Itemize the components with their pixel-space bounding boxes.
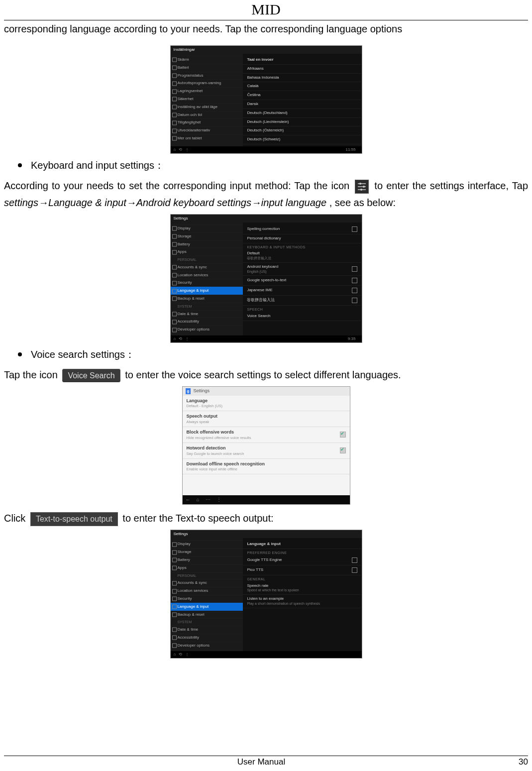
voice-search-button-image: Voice Search <box>62 369 120 383</box>
tts-setting-label: Listen to an example <box>247 596 284 601</box>
paragraph-voice-search: Tap the icon Voice Search to enter the v… <box>4 366 528 383</box>
tts-setting-item: Pico TTS <box>243 565 361 575</box>
menu-item-icon <box>172 328 177 332</box>
sidebar-item: Date & time <box>171 310 243 318</box>
voice-setting-sub: Hide recognized offensive voice results <box>187 436 251 440</box>
sidebar-item-label: Skärm <box>178 57 189 62</box>
settings-knob-icon <box>352 557 357 563</box>
sidebar-item-label: Date & time <box>178 312 199 316</box>
sidebar-item-label: Accessibility <box>178 635 200 640</box>
settings-item-label: Google speech-to-text <box>247 278 286 282</box>
voice-setting-sub: Default - English (US) <box>187 404 223 408</box>
sidebar-item-label: Language & input <box>178 604 209 609</box>
sidebar-item-label: Datum och tid <box>178 112 202 117</box>
checkbox-icon <box>340 447 346 453</box>
menu-item-icon <box>172 234 177 239</box>
sidebar-item-label: Display <box>178 226 191 230</box>
settings-item-label: Japanese IME <box>247 288 272 292</box>
nav-path: settings→Language & input→Android keyboa… <box>4 197 326 208</box>
sidebar-item-label: Inställning av olikt läge <box>178 105 218 109</box>
menu-item-icon <box>172 312 177 316</box>
language-option: Deutsch (Liechtenstein) <box>243 118 361 127</box>
menu-item-icon <box>172 297 177 301</box>
settings-item-label: Voice Search <box>247 314 270 318</box>
sidebar-item: Battery <box>171 240 243 248</box>
section-header: SPEECH <box>243 306 361 312</box>
menu-item-icon <box>172 97 177 102</box>
menu-item-icon <box>172 566 177 570</box>
menu-item-icon <box>172 136 177 141</box>
sidebar-item: Language & input <box>171 287 243 295</box>
screenshot-language-list: Inställningar SkärmBatteriProgramstatusA… <box>170 45 362 154</box>
sidebar-item: Storage <box>171 232 243 240</box>
bullet-voice-search: Voice search settings： <box>31 348 135 361</box>
sidebar-item: Mer om tablet <box>171 134 243 142</box>
menu-item-icon <box>172 636 177 640</box>
sidebar-item-label: Storage <box>178 234 192 238</box>
settings-knob-icon <box>352 278 357 283</box>
sidebar-item-label: Apps <box>178 565 187 570</box>
bullet-icon <box>18 163 22 167</box>
footer-center: User Manual <box>4 757 519 767</box>
svg-point-1 <box>359 183 361 185</box>
language-option: Čeština <box>243 91 361 100</box>
settings-item-label: Personal dictionary <box>247 236 281 240</box>
section-header: GENERAL <box>243 575 361 582</box>
language-option: Dansk <box>243 100 361 109</box>
screenshot4-title: Settings <box>174 532 188 537</box>
sidebar-item: Date & time <box>171 626 243 634</box>
sidebar-item-label: Battery <box>178 242 190 246</box>
menu-item-icon <box>172 112 177 117</box>
menu-item-icon <box>172 320 177 324</box>
sidebar-item: Lagringsenhet <box>171 87 243 95</box>
sidebar-item-label: Apps <box>178 249 187 254</box>
sidebar-item: Säkerhet <box>171 95 243 103</box>
voice-setting-label: Speech output <box>187 414 218 419</box>
voice-setting-item: Block offensive wordsHide recognized off… <box>183 427 350 443</box>
voice-setting-label: Hotword detection <box>187 445 244 451</box>
menu-item-icon <box>172 589 177 593</box>
menu-item-icon <box>172 66 177 70</box>
sidebar-item: Location services <box>171 587 243 595</box>
menu-item-icon <box>172 612 177 617</box>
settings-item: Voice Search <box>243 312 361 321</box>
sidebar-item: Backup & reset <box>171 611 243 619</box>
para2-suffix: to enter the voice search settings to se… <box>125 369 401 380</box>
sidebar-item-label: Developer options <box>178 643 210 648</box>
sidebar-item-label: Utvecklaralternativ <box>178 128 211 132</box>
sidebar-item: Accounts & sync <box>171 263 243 271</box>
sidebar-item: Programstatus <box>171 72 243 80</box>
menu-item-icon <box>172 81 177 86</box>
sidebar-item-label: Avbrottsprogram-varning <box>178 81 221 85</box>
para3-suffix: to enter the Text-to speech output: <box>122 513 273 524</box>
svg-point-3 <box>363 186 365 188</box>
language-option: Deutsch (Schweiz) <box>243 135 361 144</box>
settings-knob-icon <box>352 567 357 573</box>
sidebar-item: Battery <box>171 556 243 564</box>
settings-sliders-icon <box>355 180 369 194</box>
voice-setting-label: Block offensive words <box>187 430 251 435</box>
sidebar-item-label: Batteri <box>178 65 189 70</box>
settings-knob-icon <box>352 298 357 303</box>
menu-item-icon <box>172 628 177 632</box>
menu-item-icon <box>172 128 177 133</box>
nav-back-icon: ⌂ <box>174 147 176 152</box>
sidebar-item-label: Backup & reset <box>178 296 205 301</box>
language-option: Deutsch (Deutschland) <box>243 109 361 118</box>
language-option: Bahasa Indonesia <box>243 74 361 83</box>
sidebar-item: Security <box>171 595 243 603</box>
settings-knob-icon <box>352 266 357 272</box>
settings-item-sub: 谷歌拼音输入法 <box>247 256 271 260</box>
language-option: Català <box>243 82 361 91</box>
language-option: Deutsch (Österreich) <box>243 126 361 135</box>
settings-item: Japanese IME <box>243 286 361 296</box>
sidebar-item-label: Date & time <box>178 627 199 632</box>
tts-setting-label: Speech rate <box>247 583 268 588</box>
settings-item: 谷歌拼音输入法 <box>243 296 361 306</box>
menu-item-icon <box>172 558 177 562</box>
tts-setting-label: Google TTS Engine <box>247 557 282 562</box>
sidebar-item-label: Mer om tablet <box>178 136 202 140</box>
menu-item-icon <box>172 581 177 585</box>
voice-setting-sub: Say Google to launch voice search <box>187 451 244 456</box>
menu-item-icon <box>172 58 177 62</box>
